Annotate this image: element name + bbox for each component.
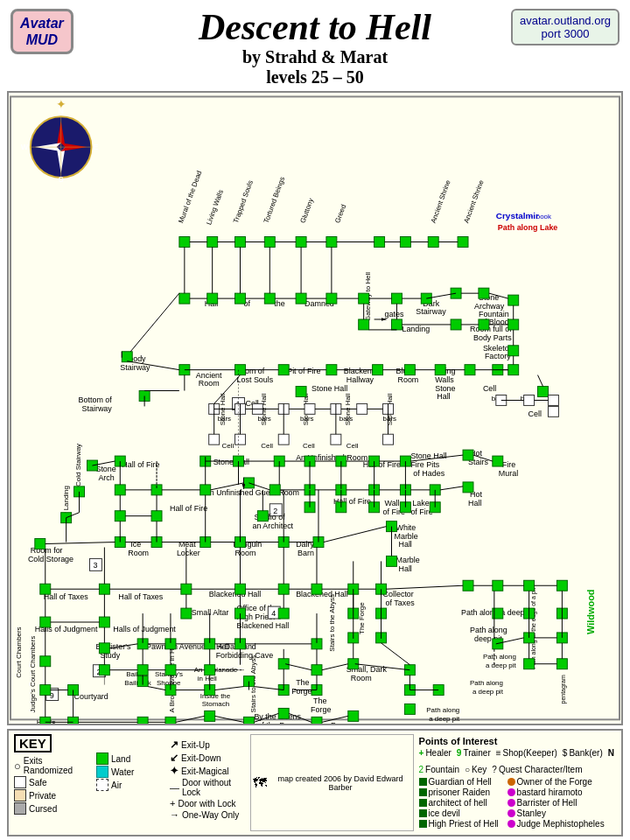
svg-text:Cell: Cell [303, 442, 315, 450]
svg-rect-191 [207, 237, 218, 248]
svg-text:Cold Stairway: Cold Stairway [74, 444, 82, 486]
avatar-line2: MUD [26, 32, 58, 47]
svg-rect-291 [99, 584, 109, 594]
svg-rect-244 [235, 434, 246, 444]
svg-text:Meat: Meat [178, 541, 196, 550]
svg-text:Stairs to the Abyss: Stairs to the Abyss [328, 594, 336, 652]
svg-text:Pit of Fire: Pit of Fire [287, 367, 320, 375]
svg-text:Path along: Path along [426, 707, 459, 715]
svg-rect-326 [165, 665, 176, 676]
svg-rect-213 [508, 346, 519, 356]
svg-text:✦: ✦ [56, 98, 66, 112]
svg-rect-214 [359, 319, 369, 330]
svg-text:A Broad Avenue in Hell: A Broad Avenue in Hell [168, 641, 176, 712]
svg-rect-242 [548, 396, 558, 406]
svg-text:Hall: Hall [398, 565, 411, 574]
map-svg: N S W E ✦ Mural of the Dead Living Walls… [9, 93, 621, 724]
svg-rect-350 [278, 709, 289, 719]
svg-text:Hallway: Hallway [346, 375, 374, 384]
svg-text:the: the [274, 299, 284, 308]
svg-rect-334 [40, 685, 51, 696]
svg-text:Stone: Stone [95, 465, 116, 473]
svg-rect-275 [257, 511, 268, 522]
svg-text:Bottom of: Bottom of [79, 396, 113, 405]
svg-rect-210 [479, 288, 489, 298]
svg-rect-216 [451, 319, 461, 330]
svg-text:Hall of Taxes: Hall of Taxes [118, 592, 164, 601]
svg-rect-223 [373, 365, 383, 375]
svg-text:Halls of Judgment: Halls of Judgment [113, 625, 176, 634]
svg-text:Fire Pits: Fire Pits [410, 460, 439, 469]
svg-text:Forge: Forge [311, 706, 331, 715]
svg-rect-247 [383, 434, 394, 444]
server-line1: avatar.outland.org [520, 14, 611, 27]
svg-rect-272 [463, 482, 473, 493]
exits-randomized-label: Exits Randomized [24, 756, 93, 775]
svg-rect-203 [264, 293, 275, 304]
svg-rect-220 [235, 365, 246, 375]
svg-rect-215 [392, 319, 402, 330]
svg-rect-348 [205, 711, 215, 722]
svg-rect-241 [524, 396, 535, 406]
svg-text:Cell: Cell [483, 384, 496, 393]
svg-rect-193 [264, 237, 275, 248]
svg-rect-228 [508, 365, 519, 375]
svg-rect-200 [179, 293, 190, 304]
svg-rect-333 [556, 659, 567, 669]
svg-rect-298 [463, 580, 473, 591]
svg-text:Hall: Hall [398, 541, 411, 550]
svg-text:Lake: Lake [412, 499, 429, 508]
svg-rect-238 [357, 404, 368, 415]
svg-rect-293 [235, 584, 246, 594]
svg-text:Path along: Path along [483, 653, 516, 661]
svg-rect-332 [524, 659, 535, 669]
svg-rect-236 [304, 404, 315, 415]
svg-text:Room: Room [128, 550, 149, 558]
svg-text:Judge's Court Chambers: Judge's Court Chambers [29, 636, 37, 713]
svg-text:Landing: Landing [402, 325, 430, 333]
header-levels: levels 25 – 50 [9, 67, 621, 88]
svg-rect-209 [451, 288, 461, 298]
svg-text:4: 4 [271, 609, 276, 618]
svg-rect-302 [181, 608, 192, 619]
svg-text:Wildwood: Wildwood [585, 590, 596, 634]
svg-text:Hall: Hall [437, 393, 450, 402]
svg-rect-346 [137, 718, 148, 724]
svg-text:of Hades: of Hades [413, 469, 444, 478]
avatar-line1: Avatar [20, 16, 64, 31]
svg-rect-196 [374, 237, 385, 248]
svg-text:a deep pit: a deep pit [486, 662, 517, 669]
legend-types-section: Land Water Air [96, 734, 166, 831]
svg-text:Lost Souls: Lost Souls [237, 375, 274, 384]
svg-rect-312 [99, 643, 109, 654]
svg-rect-195 [326, 237, 337, 248]
svg-text:Cell: Cell [261, 442, 273, 450]
svg-text:Stone Hall: Stone Hall [312, 384, 347, 393]
svg-rect-248 [548, 407, 558, 417]
svg-rect-211 [508, 295, 519, 305]
svg-rect-289 [387, 556, 397, 567]
svg-rect-264 [200, 485, 211, 495]
legend: KEY ○ Exits Randomized Safe Private Curs… [7, 729, 623, 836]
svg-rect-226 [465, 365, 475, 375]
header: Avatar MUD Descent to Hell by Strahd & M… [0, 0, 630, 91]
svg-text:Locker: Locker [177, 550, 200, 558]
svg-text:The: The [296, 678, 309, 687]
svg-rect-299 [493, 580, 503, 591]
svg-rect-325 [137, 665, 148, 676]
svg-rect-352 [348, 711, 359, 722]
svg-text:Court Chambers: Court Chambers [15, 627, 23, 678]
svg-rect-202 [235, 293, 246, 304]
svg-rect-262 [115, 485, 125, 495]
svg-text:W: W [21, 143, 29, 151]
svg-text:Marble: Marble [396, 556, 419, 565]
svg-text:S: S [59, 175, 64, 184]
svg-text:a deep pit: a deep pit [472, 688, 504, 696]
svg-rect-198 [428, 237, 438, 248]
svg-text:Fire: Fire [502, 460, 515, 469]
svg-rect-245 [278, 434, 289, 444]
svg-text:Ice: Ice [130, 541, 141, 550]
svg-rect-266 [270, 485, 280, 495]
svg-rect-201 [207, 293, 218, 304]
svg-text:of the Forge: of the Forge [257, 722, 299, 724]
